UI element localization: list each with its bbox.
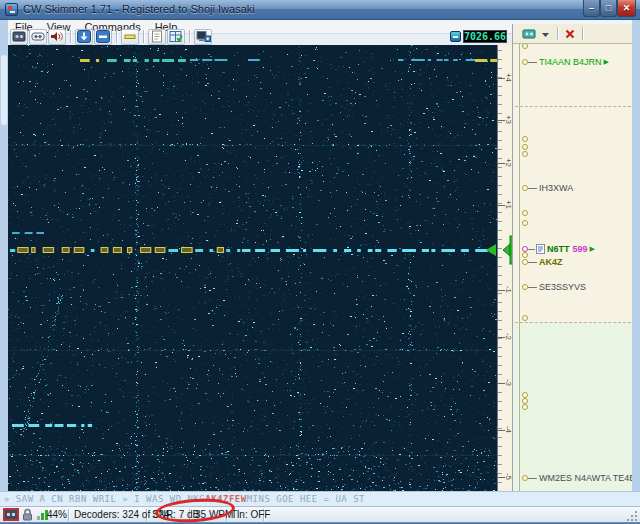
scale-tick — [498, 419, 502, 420]
radio-icon[interactable] — [29, 29, 47, 45]
scale-tick — [498, 158, 502, 159]
scale-tick — [498, 446, 502, 447]
scale-tick — [498, 320, 502, 321]
scale-tick — [498, 374, 502, 375]
speaker-icon[interactable] — [48, 29, 66, 45]
scale-tick — [498, 140, 502, 141]
notes-icon[interactable] — [148, 29, 166, 45]
station-ih3xwa[interactable]: IH3XWA — [522, 183, 573, 193]
scale-tick — [498, 464, 502, 465]
signal-spot[interactable] — [522, 315, 528, 321]
marker-icon[interactable] — [121, 29, 139, 45]
scale-tick — [498, 68, 502, 69]
station-connector — [528, 478, 537, 479]
scale-tick — [498, 167, 502, 168]
band-list: TI4AAN B4JRN▶IH3XWAN6TT599▶AK4ZSE3SSYVSW… — [512, 44, 632, 491]
scale-tick — [498, 149, 502, 150]
title-bar[interactable]: CW Skimmer 1.71 - Registered to Shoji Iw… — [0, 0, 640, 20]
scale-tick — [498, 329, 502, 330]
soundcard-icon[interactable] — [10, 29, 28, 45]
band-separator — [515, 322, 631, 323]
station-connector — [528, 249, 535, 250]
signal-report: 599 — [573, 244, 588, 254]
station-ti4aan[interactable]: TI4AAN B4JRN▶ — [522, 57, 609, 67]
app-icon — [5, 3, 18, 16]
scale-tick — [498, 428, 502, 429]
band-panel-toolbar — [512, 24, 632, 44]
scale-tick — [498, 221, 502, 222]
frequency-display[interactable]: 7026.66 — [450, 30, 507, 43]
close-icon[interactable]: ✕ — [617, 0, 636, 17]
station-connector — [528, 188, 537, 189]
split-view-icon[interactable] — [94, 29, 112, 45]
scale-tick — [498, 86, 502, 87]
scale-tick — [498, 248, 502, 249]
scale-tick — [498, 338, 502, 339]
scale-tick — [498, 392, 502, 393]
scale-tick — [498, 356, 502, 357]
station-se3ssyvs[interactable]: SE3SSYVS — [522, 282, 586, 292]
toolbar-separator — [557, 27, 558, 40]
tuner-icon — [450, 31, 461, 42]
scale-tick — [498, 473, 502, 474]
decoder-table-icon[interactable] — [167, 29, 185, 45]
scale-tick — [498, 266, 502, 267]
signal-spot[interactable] — [522, 136, 528, 142]
station-callsign: N6TT — [547, 244, 570, 254]
waterfall-view-icon[interactable] — [75, 29, 93, 45]
station-n6tt[interactable]: N6TT599▶ — [522, 244, 595, 254]
station-ak4z[interactable]: AK4Z — [522, 257, 563, 267]
scale-tick — [498, 347, 502, 348]
status-divider — [68, 509, 69, 521]
scale-tick — [498, 176, 502, 177]
scale-tick — [498, 302, 502, 303]
scale-tick — [498, 257, 502, 258]
station-callsign: IH3XWA — [539, 183, 573, 193]
station-callsign: SE3SSYVS — [539, 282, 586, 292]
station-connector — [528, 262, 537, 263]
station-callsign: AK4Z — [539, 257, 563, 267]
scale-tick — [498, 437, 502, 438]
soundcard-status-icon — [3, 508, 19, 521]
toolbar-separator — [116, 30, 117, 43]
scale-tick — [498, 131, 502, 132]
resize-grip[interactable] — [627, 510, 638, 521]
signal-spot[interactable] — [522, 404, 528, 410]
status-bar: 44% Decoders: 324 of 324 SNR: 7 dB 35 WP… — [0, 506, 640, 522]
scale-tick — [498, 104, 502, 105]
signal-spot[interactable] — [522, 220, 528, 226]
decoded-text-bar: » SAW A CN RBN WRIL » I WAS WD NKG AK4ZF… — [0, 491, 640, 506]
scale-tick — [498, 284, 502, 285]
lock-icon — [22, 508, 33, 521]
decoded-text: » SAW A CN RBN WRIL » I WAS WD NKG — [4, 494, 205, 504]
left-scroll-thumb[interactable] — [1, 55, 7, 125]
scale-tick — [498, 230, 502, 231]
signal-spot[interactable] — [522, 44, 528, 49]
scale-tick — [498, 212, 502, 213]
telnet-status: Tln: OFF — [231, 509, 270, 521]
scale-tick — [498, 50, 502, 51]
scale-tick — [498, 365, 502, 366]
signal-spot[interactable] — [522, 210, 528, 216]
cw-skimmer-window: CW Skimmer 1.71 - Registered to Shoji Iw… — [0, 0, 640, 524]
scale-tick — [498, 239, 502, 240]
waterfall-display[interactable] — [8, 45, 497, 491]
delete-icon[interactable] — [563, 26, 577, 41]
cassette-icon[interactable] — [521, 26, 537, 41]
decoded-text: MINS GOE HEE = UA ST — [247, 494, 365, 504]
dropdown-icon[interactable] — [539, 26, 552, 41]
decode-arrow-icon: ▶ — [604, 58, 609, 66]
band-segment-lower — [513, 322, 632, 491]
toolbar-separator — [70, 30, 71, 43]
band-separator — [515, 106, 631, 107]
signal-spot[interactable] — [522, 144, 528, 150]
frequency-value[interactable]: 7026.66 — [463, 30, 507, 43]
maximize-icon[interactable]: □ — [600, 0, 617, 17]
minimize-icon[interactable]: – — [583, 0, 600, 17]
station-wm2es[interactable]: WM2ES N4AWTA TE4EKE — [522, 473, 632, 483]
scale-tick — [498, 122, 502, 123]
scale-tick — [498, 113, 502, 114]
station-connector — [528, 287, 537, 288]
telnet-icon[interactable] — [194, 29, 212, 45]
signal-spot[interactable] — [522, 151, 528, 157]
